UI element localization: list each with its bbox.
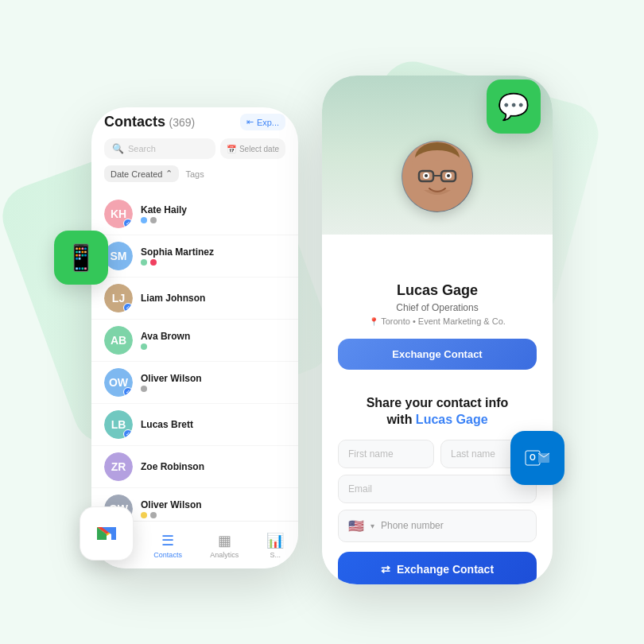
phone-chevron: ▾ (370, 522, 374, 530)
verified-badge: ✓ (123, 387, 133, 397)
phone-input-row[interactable]: 🇺🇸 ▾ Phone number (338, 510, 537, 542)
contact-name: Lucas Brett (141, 419, 285, 430)
contact-name: Kate Haily (141, 204, 285, 215)
svg-point-15 (447, 174, 450, 177)
phone-icon: 📱 (65, 242, 97, 273)
calendar-icon: 📅 (227, 145, 236, 153)
message-app-icon: 💬 (487, 80, 541, 134)
contact-name: Ava Brown (141, 331, 285, 342)
contact-dot (141, 343, 147, 350)
contact-avatar: SM (104, 242, 133, 270)
profile-info: Lucas Gage Chief of Operations 📍 Toronto… (322, 235, 553, 339)
nav-icon: 📊 (266, 532, 284, 549)
profile-location: 📍 Toronto • Event Marketing & Co. (338, 316, 537, 326)
contact-avatar: AB (104, 326, 133, 355)
message-icon: 💬 (498, 91, 530, 122)
contact-dot (141, 512, 147, 518)
right-phone: Lucas Gage Chief of Operations 📍 Toronto… (322, 76, 553, 584)
contacts-heading: Contacts (369) (104, 114, 195, 130)
contact-dot (150, 512, 157, 518)
contact-list-item[interactable]: KH✓Kate Haily (91, 193, 298, 235)
exchange-contact-top-button[interactable]: Exchange Contact (338, 339, 537, 370)
share-highlight-name: Lucas Gage (416, 413, 488, 426)
phone-app-icon: 📱 (54, 231, 108, 285)
search-icon: 🔍 (112, 143, 124, 154)
contact-list-item[interactable]: LB✓Lucas Brett (91, 404, 298, 446)
export-button[interactable]: ⇤ Exp... (240, 114, 285, 130)
nav-icon: ▦ (218, 532, 231, 549)
contact-dot (141, 259, 147, 266)
contact-list-item[interactable]: SMSophia Martinez (91, 235, 298, 277)
contact-avatar: OW✓ (104, 368, 133, 397)
chevron-icon: ⌃ (165, 169, 173, 179)
date-select-box[interactable]: 📅 Select date (220, 138, 285, 159)
search-placeholder: Search (128, 144, 156, 153)
profile-face-svg (402, 141, 473, 212)
nav-item-s[interactable]: 📊S... (266, 532, 284, 559)
share-title-text: Share your contact info (367, 396, 509, 409)
nav-item-contacts[interactable]: ☰Contacts (153, 532, 182, 559)
svg-text:O: O (530, 453, 536, 462)
contacts-header: Contacts (369) ⇤ Exp... 🔍 Search 📅 Selec… (91, 107, 298, 193)
nav-item-analytics[interactable]: ▦Analytics (210, 532, 239, 559)
email-input[interactable]: Email (338, 475, 537, 503)
contact-name: Oliver Wilson (141, 499, 285, 510)
first-name-input[interactable]: First name (338, 440, 434, 468)
contact-list-item[interactable]: OW✓Oliver Wilson (91, 362, 298, 404)
contact-list: KH✓Kate HailySMSophia MartinezLJ✓Liam Jo… (91, 193, 298, 530)
flag-icon: 🇺🇸 (348, 518, 364, 533)
share-title: Share your contact infowith Lucas Gage (338, 395, 537, 429)
contact-avatar: LJ✓ (104, 284, 133, 312)
search-row: 🔍 Search 📅 Select date (104, 138, 285, 159)
profile-title: Chief of Operations (338, 302, 537, 313)
exchange-contact-bottom-button[interactable]: ⇄ Exchange Contact (338, 552, 537, 584)
share-title-with: with (386, 413, 415, 426)
contact-name: Liam Johnson (141, 293, 285, 304)
outlook-app-icon: O (510, 431, 564, 485)
contact-list-item[interactable]: ZRZoe Robinson (91, 446, 298, 488)
contact-dot (150, 259, 157, 266)
contact-name: Zoe Robinson (141, 461, 285, 472)
contact-name: Oliver Wilson (141, 373, 285, 384)
location-icon: 📍 (369, 317, 378, 326)
contact-list-item[interactable]: LJ✓Liam Johnson (91, 277, 298, 320)
contact-dot (141, 217, 147, 223)
contacts-count: (369) (169, 116, 195, 129)
search-box[interactable]: 🔍 Search (104, 138, 215, 159)
contact-list-item[interactable]: ABAva Brown (91, 320, 298, 362)
phones-container: Contacts (369) ⇤ Exp... 🔍 Search 📅 Selec… (91, 44, 553, 600)
contact-dot (150, 217, 157, 223)
contact-avatar: ZR (104, 452, 133, 481)
outlook-icon: O (522, 443, 553, 473)
profile-photo-container (402, 141, 473, 212)
verified-badge: ✓ (123, 303, 133, 312)
name-fields-row: First name Last name (338, 440, 537, 468)
contact-dot (141, 386, 147, 392)
verified-badge: ✓ (123, 429, 133, 439)
left-phone: Contacts (369) ⇤ Exp... 🔍 Search 📅 Selec… (91, 107, 298, 568)
gmail-app-icon (80, 506, 134, 561)
date-filter-button[interactable]: Date Created ⌃ (104, 165, 179, 182)
export-icon: ⇤ (246, 117, 254, 127)
contact-avatar: KH✓ (104, 200, 133, 228)
contact-name: Sophia Martinez (141, 246, 285, 258)
nav-label: S... (270, 551, 281, 559)
nav-icon: ☰ (161, 532, 174, 549)
contact-avatar: LB✓ (104, 410, 133, 439)
filter-row: Date Created ⌃ Tags (104, 165, 285, 182)
nav-label: Analytics (210, 551, 239, 559)
contacts-title-row: Contacts (369) ⇤ Exp... (104, 114, 285, 130)
profile-photo (402, 141, 473, 212)
verified-badge: ✓ (123, 219, 133, 228)
tags-label: Tags (185, 169, 204, 179)
contacts-title: Contacts (104, 114, 165, 130)
phone-placeholder: Phone number (381, 520, 444, 531)
gmail-icon (92, 519, 121, 548)
profile-name: Lucas Gage (338, 282, 537, 299)
svg-point-14 (425, 174, 428, 177)
nav-label: Contacts (153, 551, 182, 559)
exchange-icon: ⇄ (381, 563, 390, 576)
